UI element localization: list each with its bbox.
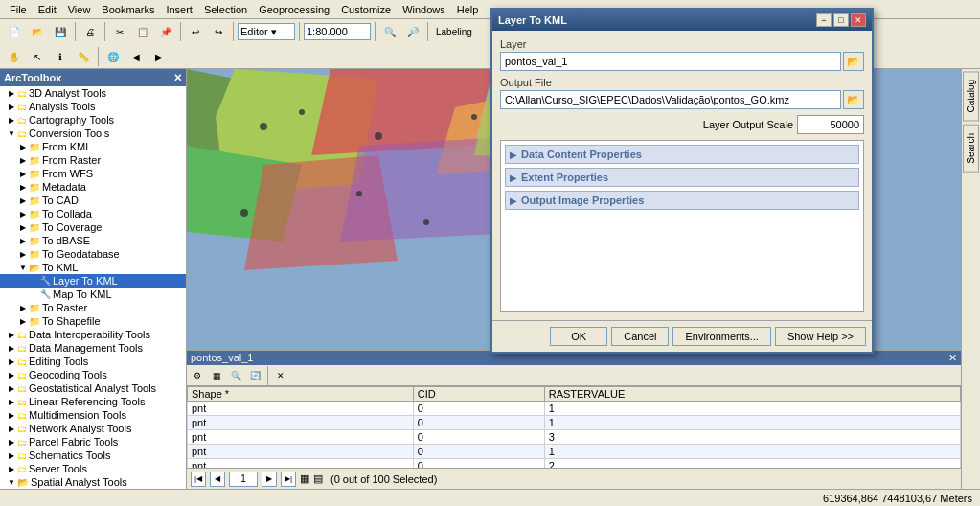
dialog-show-help-btn[interactable]: Show Help >> bbox=[775, 327, 866, 346]
sidebar-item-layer-to-kml[interactable]: 🔧 Layer To KML bbox=[0, 274, 186, 288]
copy-btn[interactable]: 📋 bbox=[132, 21, 153, 42]
table-row[interactable]: pnt 0 1 bbox=[188, 445, 961, 459]
table-row[interactable]: pnt 0 1 bbox=[188, 402, 961, 416]
table-row[interactable]: pnt 0 2 bbox=[188, 459, 961, 469]
dialog-output-input[interactable] bbox=[500, 90, 841, 109]
table-content[interactable]: Shape * CID RASTERVALUE pnt 0 1 pnt 0 1 … bbox=[187, 386, 961, 468]
dialog-cancel-btn[interactable]: Cancel bbox=[611, 327, 669, 346]
sidebar-item-from-wfs[interactable]: ▶ 📁 From WFS bbox=[0, 167, 186, 180]
sidebar-item-to-collada[interactable]: ▶ 📁 To Collada bbox=[0, 207, 186, 220]
back-btn[interactable]: ◀ bbox=[125, 46, 147, 67]
sidebar-item-data-interop[interactable]: ▶ 🗂 Data Interoperability Tools bbox=[0, 328, 186, 341]
dialog-close-btn[interactable]: ✕ bbox=[851, 13, 866, 27]
measure-btn[interactable]: 📏 bbox=[73, 46, 94, 67]
sidebar-item-analysis[interactable]: ▶ 🗂 Analysis Tools bbox=[0, 100, 186, 113]
save-btn[interactable]: 💾 bbox=[50, 21, 71, 42]
sidebar-item-data-mgmt[interactable]: ▶ 🗂 Data Management Tools bbox=[0, 341, 186, 355]
zoom-out-btn[interactable]: 🔎 bbox=[402, 21, 423, 42]
paste-btn[interactable]: 📌 bbox=[155, 21, 176, 42]
sidebar-item-map-to-kml[interactable]: 🔧 Map To KML bbox=[0, 288, 186, 301]
menu-help[interactable]: Help bbox=[451, 1, 485, 18]
nav-first-btn[interactable]: |◀ bbox=[191, 472, 206, 487]
sidebar-item-to-shapefile[interactable]: ▶ 📁 To Shapefile bbox=[0, 314, 186, 328]
menu-edit[interactable]: Edit bbox=[33, 1, 62, 18]
fwd-btn[interactable]: ▶ bbox=[148, 46, 170, 67]
table-select-btn[interactable]: ▦ bbox=[208, 367, 225, 384]
menu-file[interactable]: File bbox=[4, 1, 33, 18]
zoom-in-btn[interactable]: 🔍 bbox=[379, 21, 400, 42]
cut-btn[interactable]: ✂ bbox=[109, 21, 130, 42]
expand-icon-editing: ▶ bbox=[6, 356, 17, 367]
sidebar-item-geocoding[interactable]: ▶ 🗂 Geocoding Tools bbox=[0, 368, 186, 381]
table-delete-btn[interactable]: ✕ bbox=[272, 367, 289, 384]
sidebar-item-3d-analyst[interactable]: ▶ 🗂 3D Analyst Tools bbox=[0, 86, 186, 100]
sidebar-item-network[interactable]: ▶ 🗂 Network Analyst Tools bbox=[0, 422, 186, 435]
sidebar-item-to-kml[interactable]: ▼ 📂 To KML bbox=[0, 261, 186, 274]
record-view-btn[interactable]: ▦ bbox=[300, 472, 309, 485]
sidebar-item-metadata[interactable]: ▶ 📁 Metadata bbox=[0, 180, 186, 194]
dialog-output-browse-btn[interactable]: 📂 bbox=[843, 90, 864, 109]
dialog-section-extent-header[interactable]: ▶ Extent Properties bbox=[505, 168, 859, 187]
menu-insert[interactable]: Insert bbox=[160, 1, 198, 18]
menu-bookmarks[interactable]: Bookmarks bbox=[96, 1, 160, 18]
record-mode-btn[interactable]: ▤ bbox=[313, 472, 323, 485]
table-row[interactable]: pnt 0 3 bbox=[188, 430, 961, 445]
table-row[interactable]: pnt 0 1 bbox=[188, 416, 961, 430]
menu-view[interactable]: View bbox=[62, 1, 97, 18]
sidebar-item-from-raster[interactable]: ▶ 📁 From Raster bbox=[0, 153, 186, 167]
sidebar-item-parcel[interactable]: ▶ 🗂 Parcel Fabric Tools bbox=[0, 435, 186, 448]
dialog-section-output-image-header[interactable]: ▶ Output Image Properties bbox=[505, 191, 859, 210]
dialog-scale-input[interactable] bbox=[797, 115, 864, 134]
table-options-btn[interactable]: ⚙ bbox=[189, 367, 206, 384]
sidebar-item-conversion[interactable]: ▼ 🗂 Conversion Tools bbox=[0, 126, 186, 140]
dialog-minimize-btn[interactable]: − bbox=[816, 13, 832, 27]
table-zoom-btn[interactable]: 🔍 bbox=[227, 367, 244, 384]
table-switch-btn[interactable]: 🔄 bbox=[246, 367, 263, 384]
arctoolbox-tree[interactable]: ▶ 🗂 3D Analyst Tools ▶ 🗂 Analysis Tools … bbox=[0, 86, 186, 489]
nav-last-btn[interactable]: ▶| bbox=[281, 472, 296, 487]
sidebar-item-server[interactable]: ▶ 🗂 Server Tools bbox=[0, 462, 186, 475]
pan-btn[interactable]: ✋ bbox=[4, 46, 25, 67]
sidebar-item-to-cad[interactable]: ▶ 📁 To CAD bbox=[0, 194, 186, 207]
new-btn[interactable]: 📄 bbox=[4, 21, 25, 42]
table-panel-close[interactable]: ✕ bbox=[948, 352, 957, 364]
menu-selection[interactable]: Selection bbox=[198, 1, 253, 18]
dialog-environments-btn[interactable]: Environments... bbox=[672, 327, 770, 346]
dialog-scrollable-area[interactable]: ▶ Data Content Properties ▶ Extent Prope… bbox=[500, 140, 864, 312]
menu-geoprocessing[interactable]: Geoprocessing bbox=[253, 1, 335, 18]
dialog-layer-browse-btn[interactable]: 📂 bbox=[843, 52, 864, 71]
redo-btn[interactable]: ↪ bbox=[208, 21, 229, 42]
current-record-input[interactable] bbox=[229, 472, 258, 487]
sidebar-item-from-kml[interactable]: ▶ 📁 From KML bbox=[0, 140, 186, 153]
nav-prev-btn[interactable]: ◀ bbox=[210, 472, 225, 487]
sidebar-item-to-dbase[interactable]: ▶ 📁 To dBASE bbox=[0, 234, 186, 247]
arctoolbox-close-btn[interactable]: ✕ bbox=[173, 72, 182, 84]
scale-input[interactable] bbox=[304, 23, 371, 40]
sidebar-item-to-coverage[interactable]: ▶ 📁 To Coverage bbox=[0, 220, 186, 234]
sidebar-item-cartography[interactable]: ▶ 🗂 Cartography Tools bbox=[0, 113, 186, 126]
select-btn[interactable]: ↖ bbox=[27, 46, 48, 67]
menu-windows[interactable]: Windows bbox=[397, 1, 451, 18]
sidebar-item-linear-ref[interactable]: ▶ 🗂 Linear Referencing Tools bbox=[0, 395, 186, 408]
undo-btn[interactable]: ↩ bbox=[185, 21, 206, 42]
sidebar-item-editing[interactable]: ▶ 🗂 Editing Tools bbox=[0, 355, 186, 368]
catalog-tab[interactable]: Catalog bbox=[963, 71, 979, 121]
sidebar-item-to-geodatabase[interactable]: ▶ 📁 To Geodatabase bbox=[0, 247, 186, 261]
dialog-section-data-content-header[interactable]: ▶ Data Content Properties bbox=[505, 145, 859, 164]
sidebar-item-spatial[interactable]: ▼ 📂 Spatial Analyst Tools bbox=[0, 475, 186, 489]
sidebar-item-to-raster[interactable]: ▶ 📁 To Raster bbox=[0, 301, 186, 314]
print-btn[interactable]: 🖨 bbox=[80, 21, 101, 42]
identify-btn[interactable]: ℹ bbox=[50, 46, 71, 67]
open-btn[interactable]: 📂 bbox=[27, 21, 48, 42]
dialog-ok-btn[interactable]: OK bbox=[550, 327, 607, 346]
sidebar-item-schematics[interactable]: ▶ 🗂 Schematics Tools bbox=[0, 448, 186, 462]
dialog-layer-dropdown[interactable]: pontos_val_1 bbox=[500, 52, 841, 71]
editor-dropdown[interactable]: Editor ▾ bbox=[238, 23, 295, 40]
dialog-maximize-btn[interactable]: □ bbox=[833, 13, 849, 27]
nav-next-btn[interactable]: ▶ bbox=[262, 472, 277, 487]
menu-customize[interactable]: Customize bbox=[335, 1, 397, 18]
sidebar-item-geostat[interactable]: ▶ 🗂 Geostatistical Analyst Tools bbox=[0, 381, 186, 395]
search-tab[interactable]: Search bbox=[963, 125, 979, 172]
sidebar-item-multidim[interactable]: ▶ 🗂 Multidimension Tools bbox=[0, 408, 186, 422]
full-extent-btn[interactable]: 🌐 bbox=[103, 46, 124, 67]
